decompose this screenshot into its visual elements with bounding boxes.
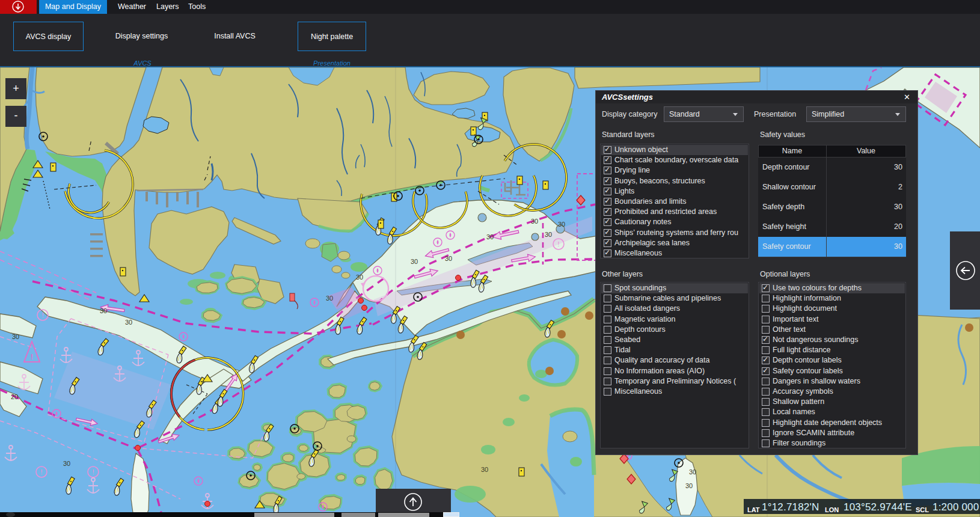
svg-text:30: 30	[545, 231, 552, 238]
svg-text:30: 30	[558, 221, 565, 228]
svg-text:30: 30	[411, 258, 418, 265]
svg-text:!: !	[557, 240, 559, 248]
svg-text:30: 30	[356, 274, 363, 281]
svg-text:!: !	[31, 352, 33, 361]
svg-text:!: !	[40, 468, 42, 476]
svg-text:30: 30	[445, 255, 452, 262]
svg-text:30: 30	[12, 333, 19, 340]
svg-text:30: 30	[481, 466, 488, 473]
svg-text:30: 30	[100, 307, 107, 314]
svg-text:30: 30	[486, 233, 494, 240]
svg-text:!: !	[41, 311, 43, 319]
svg-text:20: 20	[11, 393, 18, 400]
svg-text:30: 30	[685, 482, 693, 489]
svg-text:30: 30	[63, 460, 70, 467]
svg-text:30: 30	[326, 295, 333, 302]
svg-text:!: !	[92, 468, 94, 476]
svg-text:30: 30	[125, 319, 132, 326]
svg-text:30: 30	[531, 218, 538, 225]
svg-text:30: 30	[689, 468, 696, 476]
